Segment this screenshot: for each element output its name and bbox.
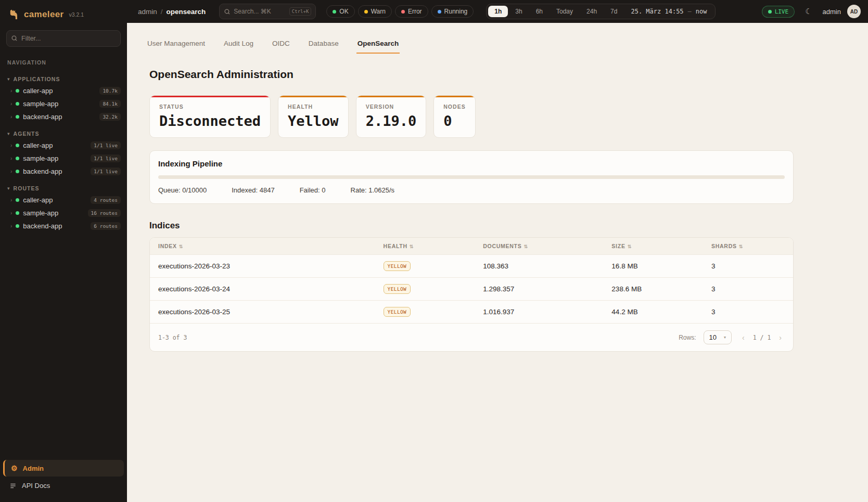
- filter-label: Error: [408, 8, 422, 15]
- filter-running[interactable]: Running: [431, 5, 474, 18]
- sidebar-item-backend-app-agent[interactable]: › backend-app 1/1 live: [0, 165, 127, 178]
- rows-per-page-select[interactable]: 10 ▾: [704, 330, 732, 344]
- table-row[interactable]: executions-2026-03-23 YELLOW 108.363 16.…: [150, 255, 793, 278]
- cell-documents: 108.363: [475, 255, 603, 278]
- cell-index: executions-2026-03-25: [150, 301, 375, 324]
- sort-icon: ⇅: [739, 244, 743, 249]
- column-header-health[interactable]: HEALTH⇅: [375, 238, 475, 255]
- time-range-6h[interactable]: 6h: [530, 6, 549, 17]
- cell-documents: 1.298.357: [475, 278, 603, 301]
- live-indicator[interactable]: LIVE: [762, 6, 795, 18]
- sidebar-item-backend-app[interactable]: › backend-app 32.2k: [0, 110, 127, 123]
- breadcrumb-parent[interactable]: admin: [138, 8, 157, 16]
- column-header-documents[interactable]: DOCUMENTS⇅: [475, 238, 603, 255]
- search-icon: [224, 8, 231, 15]
- tab-audit-log[interactable]: Audit Log: [223, 35, 254, 54]
- item-badge: 10.7k: [99, 87, 121, 95]
- item-label: caller-app: [23, 87, 96, 95]
- app-version: v3.2.1: [69, 11, 84, 18]
- sidebar-item-sample-app-agent[interactable]: › sample-app 1/1 live: [0, 152, 127, 165]
- time-range-1h[interactable]: 1h: [488, 6, 508, 17]
- status-dot: [16, 198, 19, 202]
- table-header-row: INDEX⇅ HEALTH⇅ DOCUMENTS⇅ SIZE⇅ SHARDS⇅: [150, 238, 793, 255]
- next-page-button[interactable]: ›: [776, 332, 785, 343]
- group-header-applications[interactable]: ▾ APPLICATIONS: [0, 74, 127, 84]
- item-badge: 32.2k: [99, 113, 121, 121]
- stat-label: NODES: [443, 104, 466, 110]
- cell-size: 44.2 MB: [603, 301, 703, 324]
- cell-index: executions-2026-03-23: [150, 255, 375, 278]
- tab-oidc[interactable]: OIDC: [271, 35, 291, 54]
- status-dot: [16, 157, 19, 160]
- cell-documents: 1.016.937: [475, 301, 603, 324]
- stat-label: HEALTH: [288, 104, 339, 110]
- filter-label: Running: [444, 8, 468, 15]
- time-range-7d[interactable]: 7d: [604, 6, 623, 17]
- time-range-24h[interactable]: 24h: [580, 6, 603, 17]
- table-footer: 1-3 of 3 Rows: 10 ▾ ‹ 1 / 1 ›: [150, 323, 793, 351]
- tab-database[interactable]: Database: [308, 35, 340, 54]
- health-badge: YELLOW: [384, 284, 411, 294]
- sidebar-item-caller-app-agent[interactable]: › caller-app 1/1 live: [0, 139, 127, 152]
- date-to: now: [696, 8, 707, 15]
- group-title: AGENTS: [14, 131, 40, 137]
- search-input[interactable]: [234, 8, 286, 15]
- sidebar-item-caller-app[interactable]: › caller-app 10.7k: [0, 84, 127, 97]
- chevron-right-icon: ›: [10, 88, 12, 94]
- sidebar-spacer: [0, 233, 127, 456]
- column-header-size[interactable]: SIZE⇅: [603, 238, 703, 255]
- date-range-display[interactable]: 25. März 14:55 — now: [624, 8, 713, 15]
- time-range-today[interactable]: Today: [550, 6, 579, 17]
- main-content: User Management Audit Log OIDC Database …: [127, 23, 868, 502]
- right-column: admin / opensearch Ctrl+K OK Warn Error: [127, 0, 868, 502]
- sidebar-item-sample-app-routes[interactable]: › sample-app 16 routes: [0, 207, 127, 220]
- chevron-right-icon: ›: [10, 197, 12, 203]
- item-label: backend-app: [23, 222, 87, 230]
- time-range-3h[interactable]: 3h: [509, 6, 528, 17]
- global-search: Ctrl+K: [219, 4, 316, 19]
- indices-table: INDEX⇅ HEALTH⇅ DOCUMENTS⇅ SIZE⇅ SHARDS⇅ …: [150, 238, 793, 323]
- search-shortcut-kbd: Ctrl+K: [289, 7, 312, 16]
- status-dot: [16, 170, 19, 173]
- theme-toggle-button[interactable]: ☾: [801, 5, 816, 18]
- rows-per-page-label: Rows:: [679, 334, 696, 341]
- sidebar-item-backend-app-routes[interactable]: › backend-app 6 routes: [0, 220, 127, 233]
- tab-user-management[interactable]: User Management: [146, 35, 206, 54]
- rows-per-page-value: 10: [709, 333, 717, 341]
- group-header-routes[interactable]: ▾ ROUTES: [0, 183, 127, 194]
- avatar[interactable]: AD: [847, 5, 861, 18]
- error-status-dot: [401, 10, 405, 14]
- chevron-right-icon: ›: [10, 143, 12, 148]
- stat-label: STATUS: [159, 104, 261, 110]
- date-from: 25. März 14:55: [631, 8, 683, 15]
- stat-card-status: STATUS Disconnected: [149, 95, 271, 138]
- footer-item-label: Admin: [23, 465, 44, 472]
- sidebar-item-admin[interactable]: ⚙ Admin: [3, 460, 124, 477]
- filter-error[interactable]: Error: [395, 5, 428, 18]
- filter-input[interactable]: [6, 30, 121, 47]
- prev-page-button[interactable]: ‹: [739, 332, 748, 343]
- sidebar-item-sample-app[interactable]: › sample-app 84.1k: [0, 97, 127, 110]
- breadcrumb-current: opensearch: [167, 8, 206, 16]
- date-separator: —: [688, 8, 692, 15]
- pagination: ‹ 1 / 1 ›: [739, 332, 785, 343]
- sidebar-item-api-docs[interactable]: API Docs: [3, 478, 124, 494]
- chevron-down-icon: ▾: [7, 186, 10, 191]
- column-header-index[interactable]: INDEX⇅: [150, 238, 375, 255]
- footer-item-label: API Docs: [22, 482, 50, 490]
- filter-warn[interactable]: Warn: [358, 5, 392, 18]
- filter-ok[interactable]: OK: [326, 5, 354, 18]
- table-row[interactable]: executions-2026-03-24 YELLOW 1.298.357 2…: [150, 278, 793, 301]
- column-header-shards[interactable]: SHARDS⇅: [703, 238, 793, 255]
- cell-shards: 3: [703, 301, 793, 324]
- sidebar-item-caller-app-routes[interactable]: › caller-app 4 routes: [0, 194, 127, 207]
- group-header-agents[interactable]: ▾ AGENTS: [0, 128, 127, 139]
- stat-value: 0: [443, 113, 466, 129]
- top-header: admin / opensearch Ctrl+K OK Warn Error: [127, 0, 868, 23]
- tab-opensearch[interactable]: OpenSearch: [356, 35, 400, 54]
- status-dot: [16, 211, 19, 215]
- warn-status-dot: [364, 10, 368, 14]
- table-row[interactable]: executions-2026-03-25 YELLOW 1.016.937 4…: [150, 301, 793, 324]
- group-title: APPLICATIONS: [14, 76, 60, 82]
- live-label: LIVE: [775, 8, 789, 15]
